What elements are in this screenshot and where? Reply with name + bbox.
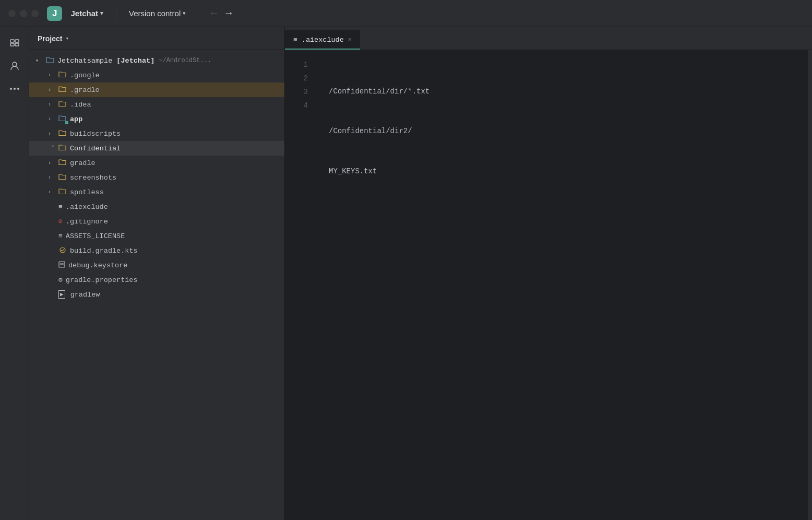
google-label: .google (70, 72, 100, 79)
svg-rect-3 (15, 43, 19, 46)
buildscripts-label: buildscripts (70, 130, 121, 138)
screenshots-label: screenshots (70, 174, 116, 182)
tree-item-google[interactable]: › .google (29, 68, 284, 82)
root-path: ~/AndroidSt... (159, 57, 211, 64)
tree-item-screenshots[interactable]: › screenshots (29, 170, 284, 185)
app-folder-icon (58, 114, 67, 124)
spotless-folder-icon (58, 187, 67, 197)
tree-item-gradle-dot[interactable]: › .gradle (29, 82, 284, 97)
svg-point-5 (10, 88, 12, 90)
tab-aiexclude[interactable]: ≡ .aiexclude ✕ (285, 30, 360, 50)
tree-item-debug-keystore[interactable]: debug.keystore (29, 258, 284, 273)
minimize-button[interactable] (20, 10, 27, 17)
screenshots-arrow-icon: › (48, 175, 56, 181)
code-line-2: /Confidential/dir2/ (329, 125, 795, 138)
svg-rect-8 (65, 121, 68, 124)
tree-root-item[interactable]: ▾ Jetchatsample [Jetchat] ~/AndroidSt... (29, 53, 284, 68)
tree-item-assets-license[interactable]: ≡ ASSETS_LICENSE (29, 229, 284, 243)
google-arrow-icon: › (48, 73, 56, 78)
vc-chevron-icon: ▾ (183, 10, 186, 17)
gradle-properties-label: gradle.properties (66, 276, 138, 284)
icon-sidebar (0, 27, 29, 520)
tree-item-gradlew[interactable]: ▶ gradlew (29, 287, 284, 302)
tree-item-idea[interactable]: › .idea (29, 97, 284, 112)
confidential-arrow-icon: › (50, 144, 55, 152)
root-arrow-icon: ▾ (35, 57, 44, 64)
svg-rect-1 (15, 40, 19, 42)
keystore-file-icon (58, 261, 65, 270)
google-folder-icon (58, 70, 67, 80)
line-numbers: 1 2 3 4 (285, 50, 316, 520)
idea-arrow-icon: › (48, 102, 56, 108)
tab-close-button[interactable]: ✕ (348, 37, 352, 43)
sidebar-more-icon[interactable] (5, 79, 24, 98)
app-label: app (70, 115, 82, 123)
back-arrow-button[interactable]: ← (211, 7, 217, 19)
buildscripts-arrow-icon: › (48, 131, 56, 137)
tree-item-app[interactable]: › app (29, 112, 284, 126)
buildscripts-folder-icon (58, 129, 67, 138)
spotless-arrow-icon: › (48, 190, 56, 195)
gradle-arrow-icon: › (48, 160, 56, 166)
line-num-4: 4 (285, 99, 316, 113)
assets-license-file-icon: ≡ (58, 232, 63, 240)
svg-rect-2 (10, 43, 14, 46)
app-chevron-icon: ▾ (100, 10, 103, 17)
build-gradle-file-icon (58, 246, 67, 255)
title-separator (116, 7, 116, 20)
line-num-2: 2 (285, 72, 316, 86)
gradle-folder-icon (58, 158, 67, 168)
line-num-3: 3 (285, 86, 316, 99)
code-line-1: /Confidential/dir/*.txt (329, 85, 795, 98)
code-editor[interactable]: 1 2 3 4 /Confidential/dir/*.txt /Confide… (285, 50, 812, 520)
confidential-label: Confidential (70, 145, 121, 152)
svg-rect-0 (10, 40, 14, 42)
panel-chevron-icon: ▾ (65, 35, 69, 42)
root-bracket: [Jetchat] (116, 57, 154, 65)
scrollbar[interactable] (808, 50, 812, 520)
tree-item-build-gradle[interactable]: build.gradle.kts (29, 243, 284, 258)
idea-label: .idea (70, 101, 91, 109)
code-content[interactable]: /Confidential/dir/*.txt /Confidential/di… (316, 50, 808, 520)
sidebar-project-icon[interactable] (5, 33, 24, 52)
line-num-1: 1 (285, 58, 316, 72)
aiexclude-file-icon: ≡ (58, 203, 63, 211)
tree-item-gradle-properties[interactable]: ⚙ gradle.properties (29, 273, 284, 287)
screenshots-folder-icon (58, 173, 67, 182)
app-name-dropdown[interactable]: Jetchat ▾ (70, 9, 103, 18)
gradlew-label: gradlew (70, 291, 100, 299)
gradlew-file-icon: ▶ (58, 290, 65, 299)
tree-item-spotless[interactable]: › spotless (29, 185, 284, 199)
assets-license-label: ASSETS_LICENSE (66, 232, 125, 240)
close-button[interactable] (8, 10, 16, 17)
root-folder-icon (46, 56, 54, 65)
app-badge-letter: J (52, 8, 57, 19)
tree-item-gradle[interactable]: › gradle (29, 156, 284, 170)
sidebar-people-icon[interactable] (5, 56, 24, 75)
tab-bar: ≡ .aiexclude ✕ (285, 27, 812, 50)
project-tree: ▾ Jetchatsample [Jetchat] ~/AndroidSt...… (29, 50, 284, 520)
tree-item-confidential[interactable]: › Confidential (29, 141, 284, 156)
panel-title: Project (38, 34, 62, 43)
build-gradle-label: build.gradle.kts (70, 247, 138, 255)
spotless-label: spotless (70, 188, 104, 196)
tree-item-aiexclude[interactable]: ≡ .aiexclude (29, 199, 284, 214)
forward-arrow-button[interactable]: → (225, 7, 232, 19)
navigation-arrows: ← → (211, 7, 232, 19)
gradle-label: gradle (70, 159, 95, 167)
app-arrow-icon: › (48, 116, 56, 122)
tab-file-icon: ≡ (293, 36, 297, 44)
tree-item-gitignore[interactable]: ⊘ .gitignore (29, 214, 284, 229)
aiexclude-label: .aiexclude (66, 203, 108, 211)
svg-point-6 (14, 88, 16, 90)
keystore-label: debug.keystore (68, 262, 127, 269)
gradle-dot-label: .gradle (70, 86, 100, 94)
code-line-4 (329, 205, 795, 218)
version-control-dropdown[interactable]: Version control ▾ (129, 9, 186, 18)
panel-header[interactable]: Project ▾ (29, 27, 284, 50)
maximize-button[interactable] (31, 10, 39, 17)
gitignore-file-icon: ⊘ (58, 217, 63, 226)
version-control-label: Version control (129, 9, 181, 18)
idea-folder-icon (58, 100, 67, 109)
tree-item-buildscripts[interactable]: › buildscripts (29, 126, 284, 141)
